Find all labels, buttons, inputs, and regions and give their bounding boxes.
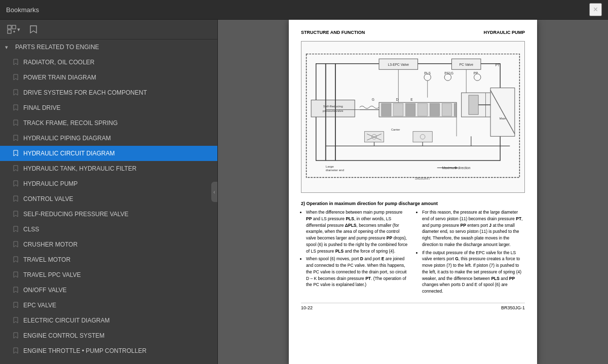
bookmark-item[interactable]: RADIATOR, OIL COOLER (0, 55, 217, 70)
bookmark-label: ELECTRIC CIRCUIT DIAGRAM (23, 317, 109, 324)
bookmarks-title: Bookmarks (6, 6, 39, 14)
bookmark-item[interactable]: EPC VALVE (0, 298, 217, 313)
bookmark-label: HYDRAULIC PIPING DIAGRAM (23, 135, 111, 142)
main-layout: ▾ ▾PARTS RELATED TO ENGINE RADIATOR, OIL… (0, 20, 608, 364)
toggle-icon (13, 74, 19, 82)
svg-rect-25 (454, 103, 457, 116)
header-right: HYDRAULIC PUMP (483, 30, 525, 35)
bookmark-list: ▾PARTS RELATED TO ENGINE RADIATOR, OIL C… (0, 39, 217, 364)
svg-point-12 (424, 74, 431, 80)
content-area: STRUCTURE AND FUNCTION HYDRAULIC PUMP L3… (218, 20, 608, 364)
svg-rect-30 (311, 100, 355, 117)
bookmark-label: PARTS RELATED TO ENGINE (15, 44, 99, 51)
bookmark-item[interactable]: ELECTRIC CIRCUIT DIAGRAM (0, 313, 217, 328)
bookmark-item[interactable]: CRUSHER MOTOR (0, 237, 217, 252)
bookmark-item[interactable]: DRIVE SYSTEMS FOR EACH COMPONENT (0, 85, 217, 100)
toggle-icon (13, 347, 19, 355)
toggle-icon (13, 302, 19, 309)
svg-rect-28 (469, 95, 478, 114)
bookmark-item[interactable]: HYDRAULIC TANK, HYDRAULIC FILTER (0, 161, 217, 176)
svg-rect-21 (406, 103, 415, 116)
svg-text:PT: PT (496, 63, 500, 67)
svg-text:PLS: PLS (424, 71, 431, 75)
bookmark-item[interactable]: ENGINE THROTTLE • PUMP CONTROLLER (0, 343, 217, 358)
content-columns: When the difference between main pump pr… (301, 209, 525, 298)
bookmark-label: ON/OFF VALVE (23, 287, 67, 294)
svg-text:Carrier: Carrier (391, 128, 400, 131)
svg-text:E: E (410, 98, 413, 101)
bookmark-label: HYDRAULIC CIRCUIT DIAGRAM (23, 150, 115, 157)
svg-point-14 (444, 74, 451, 80)
page-number: 10-22 (301, 305, 313, 310)
bookmarks-sidebar: ▾ ▾PARTS RELATED TO ENGINE RADIATOR, OIL… (0, 20, 218, 364)
bookmark-item[interactable]: TRAVEL MOTOR (0, 252, 217, 267)
bookmark-label: POWER TRAIN DIAGRAM (23, 74, 96, 81)
toggle-icon (13, 89, 19, 97)
bookmark-item[interactable]: ENGINE CONTROL SYSTEM (0, 328, 217, 343)
bookmark-label: ENGINE CONTROL SYSTEM (23, 332, 104, 339)
header-left: STRUCTURE AND FUNCTION (301, 30, 365, 35)
col2-bullet2: If the output pressure of the EPC valve … (422, 250, 525, 295)
expand-icon (7, 25, 16, 34)
toggle-icon (13, 211, 19, 218)
toggle-icon (13, 165, 19, 173)
title-bar: Bookmarks × (0, 0, 608, 20)
bookmark-item[interactable]: TRACK FRAME, RECOIL SPRING (0, 115, 217, 131)
toggle-icon (13, 195, 19, 203)
bookmark-label: SELF-REDUCING PRESSURE VALVE (23, 211, 129, 218)
dropdown-arrow: ▾ (17, 26, 20, 33)
page-footer: 10-22 BR350JG-1 (301, 303, 525, 310)
toggle-icon (13, 332, 19, 340)
svg-text:diameter end: diameter end (326, 168, 345, 172)
page-header: STRUCTURE AND FUNCTION HYDRAULIC PUMP (301, 30, 525, 35)
svg-rect-24 (442, 103, 451, 116)
bookmark-item[interactable]: POWER TRAIN DIAGRAM (0, 70, 217, 85)
section-title: 2) Operation in maximum direction for pu… (301, 201, 525, 206)
svg-rect-52 (413, 132, 432, 142)
svg-text:5A093447: 5A093447 (415, 177, 431, 180)
bookmark-label: DRIVE SYSTEMS FOR EACH COMPONENT (23, 89, 147, 96)
bookmark-item[interactable]: HYDRAULIC PUMP (0, 176, 217, 191)
bookmark-item[interactable]: FINAL DRIVE (0, 100, 217, 115)
bookmark-item[interactable]: TRAVEL PPC VALVE (0, 267, 217, 282)
bookmark-label: RADIATOR, OIL COOLER (23, 59, 94, 66)
col1-bullet1: When the difference between main pump pr… (306, 209, 409, 254)
bookmark-label: CONTROL VALVE (23, 195, 73, 203)
content-col2: For this reason, the pressure at the lar… (417, 209, 525, 298)
svg-rect-19 (382, 103, 391, 116)
svg-rect-23 (430, 103, 439, 116)
bookmark-item[interactable]: CONTROL VALVE (0, 191, 217, 207)
bookmark-label: ENGINE THROTTLE • PUMP CONTROLLER (23, 347, 146, 354)
bookmark-item[interactable]: HYDRAULIC CIRCUIT DIAGRAM (0, 146, 217, 161)
svg-text:PC Valve: PC Valve (460, 63, 474, 66)
toggle-icon (13, 241, 19, 249)
title-bar-left: Bookmarks (6, 6, 39, 14)
bookmark-label: FINAL DRIVE (23, 104, 61, 111)
bookmark-item[interactable]: SELF-REDUCING PRESSURE VALVE (0, 207, 217, 222)
bookmark-label: TRAVEL PPC VALVE (23, 271, 81, 278)
bookmark-label: CRUSHER MOTOR (23, 241, 78, 248)
resize-handle[interactable]: ‹ (211, 182, 217, 202)
bookmark-label: HYDRAULIC TANK, HYDRAULIC FILTER (23, 165, 136, 172)
close-button[interactable]: × (589, 3, 602, 16)
toggle-icon (13, 287, 19, 294)
toggle-icon (13, 226, 19, 233)
bookmark-item[interactable]: CLSS (0, 222, 217, 237)
bookmark-item[interactable]: ▾PARTS RELATED TO ENGINE (0, 39, 217, 55)
svg-rect-1 (12, 25, 16, 29)
svg-text:Main: Main (500, 117, 506, 120)
svg-point-16 (474, 74, 481, 80)
col2-bullet1: For this reason, the pressure at the lar… (422, 209, 525, 248)
toggle-icon (13, 256, 19, 264)
bookmark-item[interactable]: HYDRAULIC PIPING DIAGRAM (0, 131, 217, 146)
toggle-icon: ▾ (5, 44, 11, 51)
svg-text:D: D (396, 98, 399, 101)
toggle-icon (13, 119, 19, 127)
bookmark-item[interactable]: ON/OFF VALVE (0, 282, 217, 298)
toggle-icon (13, 59, 19, 66)
expand-collapse-button[interactable]: ▾ (4, 23, 23, 36)
doc-code: BR350JG-1 (501, 305, 525, 310)
bookmark-icon-button[interactable] (26, 23, 41, 36)
bookmark-label: TRAVEL MOTOR (23, 256, 70, 263)
toggle-icon (13, 150, 19, 157)
